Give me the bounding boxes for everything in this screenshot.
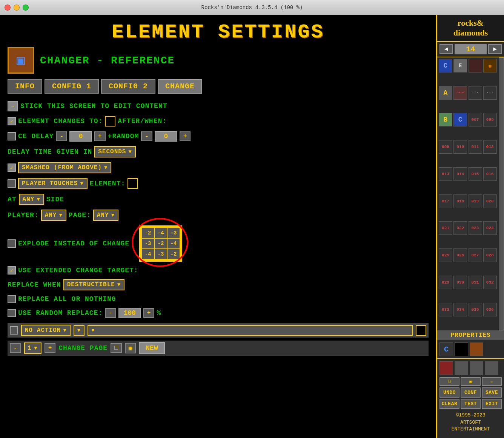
save-btn[interactable]: SAVE [482,387,502,398]
elem-cell-wave[interactable]: ~~ [453,86,467,100]
elem-cell-020[interactable]: 020 [483,194,497,208]
elem-cell-009[interactable]: 009 [439,140,452,154]
elem-cell-031[interactable]: 031 [469,276,482,289]
elem-cell-015[interactable]: 015 [469,167,482,181]
no-action-dropdown[interactable]: NO ACTION ▼ [21,325,71,336]
tab-config2[interactable]: CONFIG 2 [101,79,155,94]
elem-cell-022[interactable]: 022 [453,221,467,235]
random-replace-value[interactable]: 100 [118,308,141,318]
elem-cell-fig[interactable]: ♚ [483,59,497,72]
elem-cell-017[interactable]: 017 [439,194,452,208]
prop-icon-blue-c[interactable]: C [439,342,453,356]
test-btn[interactable]: TEST [461,399,481,409]
random-replace-plus[interactable]: + [143,308,155,318]
ce-delay-plus[interactable]: + [94,131,106,141]
tab-config1[interactable]: CONFIG 1 [45,79,99,94]
exit-btn[interactable]: EXIT [482,399,502,409]
window-controls[interactable] [5,5,29,11]
conf-btn[interactable]: CONF [461,387,481,398]
elem-cell-024[interactable]: 024 [483,221,497,235]
tab-change[interactable]: CHANGE [158,79,202,94]
no-action-checkbox[interactable] [10,326,18,335]
paste-tool-btn[interactable]: ▣ [461,377,481,386]
elem-cell-018[interactable]: 018 [453,194,467,208]
elem-cell-025[interactable]: 025 [439,248,452,262]
elem-cell-dots2[interactable]: ··· [483,86,497,100]
elem-cell-019[interactable]: 019 [469,194,482,208]
at-side-dropdown[interactable]: ANY ▼ [19,194,44,205]
paste-page-btn[interactable]: ▣ [125,343,136,353]
elem-cell-028[interactable]: 028 [483,248,497,262]
copy-page-btn[interactable]: □ [111,343,122,353]
elem-cell-008[interactable]: 008 [483,113,497,126]
no-action-dropdown2[interactable]: ▼ [74,325,85,336]
page-dropdown[interactable]: ANY ▼ [93,210,118,221]
random-minus[interactable]: - [141,131,152,141]
use-random-checkbox[interactable] [8,309,16,317]
scrollbar[interactable] [499,57,504,331]
prop-icon-black[interactable] [455,342,468,356]
elem-cell-033[interactable]: 033 [439,303,452,316]
elem-cell-026[interactable]: 026 [453,248,467,262]
change-target-box[interactable] [105,116,115,126]
pencil-tool-btn[interactable]: ✏ [482,377,502,386]
ce-delay-minus[interactable]: - [56,131,67,141]
delay-unit-dropdown[interactable]: SECONDS ▼ [94,146,136,157]
elem-cell-c2[interactable]: C [453,113,467,126]
random-value[interactable]: 0 [155,131,177,142]
use-extended-checkbox[interactable]: ✓ [8,266,16,275]
no-action-target-box[interactable] [416,325,426,336]
replace-all-checkbox[interactable] [8,295,16,303]
prop-icon-brown[interactable] [470,342,483,356]
ce-delay-value[interactable]: 0 [69,131,92,142]
undo-btn[interactable]: UNDO [439,387,459,398]
tab-info[interactable]: INFO [8,79,42,94]
elem-cell-035[interactable]: 035 [469,303,482,316]
page-number-dropdown[interactable]: 1 ▼ [24,342,41,354]
elem-cell-036[interactable]: 036 [483,303,497,316]
elem-cell-dots1[interactable]: ··· [469,86,482,100]
close-button[interactable] [5,5,11,11]
new-btn[interactable]: NEW [139,342,164,354]
page-plus-btn[interactable]: + [45,343,56,353]
clear-btn[interactable]: CLEAR [439,399,459,409]
touch-element-box[interactable] [128,178,138,189]
nav-next-btn[interactable]: ► [488,44,502,54]
ce-delay-checkbox[interactable] [8,132,16,140]
elem-cell-029[interactable]: 029 [439,276,452,289]
page-minus-btn[interactable]: - [10,343,21,353]
smashed-dropdown[interactable]: SMASHED (FROM ABOVE) ▼ [18,162,111,173]
smashed-checkbox[interactable]: ✓ [8,163,16,172]
elem-cell-a[interactable]: A [439,86,452,100]
elem-cell-021[interactable]: 021 [439,221,452,235]
elem-cell-023[interactable]: 023 [469,221,482,235]
minimize-button[interactable] [14,5,20,11]
elem-cell-013[interactable]: 013 [439,167,452,181]
copy-tool-btn[interactable]: □ [439,377,459,386]
elem-cell-010[interactable]: 010 [453,140,467,154]
nav-prev-btn[interactable]: ◄ [439,44,453,54]
explode-checkbox[interactable] [8,239,16,248]
elem-cell-ce[interactable]: C [439,59,452,72]
replace-when-dropdown[interactable]: DESTRUCTIBLE ▼ [63,279,125,290]
elem-cell-027[interactable]: 027 [469,248,482,262]
elem-cell-b[interactable]: B [439,113,452,126]
maximize-button[interactable] [23,5,29,11]
elem-cell-034[interactable]: 034 [453,303,467,316]
random-replace-minus[interactable]: - [105,308,116,318]
elem-cell-016[interactable]: 016 [483,167,497,181]
elem-cell-030[interactable]: 030 [453,276,467,289]
elem-cell-reddot[interactable] [469,59,482,72]
element-changes-checkbox[interactable]: ✓ [8,117,16,125]
elem-cell-012[interactable]: 012 [483,140,497,154]
player-touches-dropdown[interactable]: PLAYER TOUCHES ▼ [18,178,88,189]
elem-cell-032[interactable]: 032 [483,276,497,289]
no-action-dropdown3[interactable]: ▼ [88,325,413,336]
player-touches-checkbox[interactable] [8,179,16,188]
random-plus[interactable]: + [180,131,191,141]
player-dropdown[interactable]: ANY ▼ [41,210,66,221]
elem-cell-014[interactable]: 014 [453,167,467,181]
elem-cell-011[interactable]: 011 [469,140,482,154]
elem-cell-007[interactable]: 007 [469,113,482,126]
elem-cell-e[interactable]: E [453,59,467,72]
